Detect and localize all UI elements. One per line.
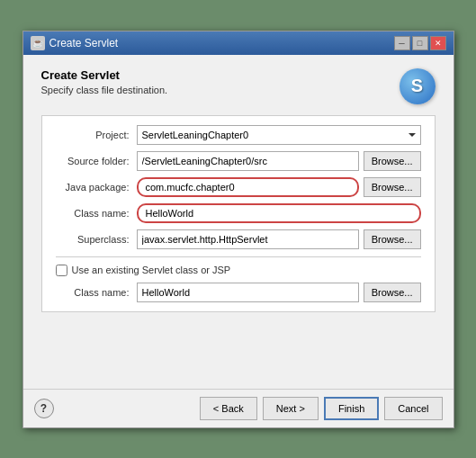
superclass-row: Superclass: Browse... xyxy=(56,229,421,249)
superclass-browse-button[interactable]: Browse... xyxy=(364,229,421,249)
project-label: Project: xyxy=(56,130,137,140)
dialog-icon: ☕ xyxy=(31,36,45,50)
next-button[interactable]: Next > xyxy=(263,397,319,420)
existing-class-browse-button[interactable]: Browse... xyxy=(364,283,421,302)
source-folder-input[interactable] xyxy=(137,151,359,171)
help-button[interactable]: ? xyxy=(34,399,54,418)
dialog-title: Create Servlet xyxy=(41,68,168,82)
project-select[interactable]: ServletLeaningChapter0 xyxy=(137,125,421,145)
superclass-label: Superclass: xyxy=(56,234,137,245)
create-servlet-dialog: ☕ Create Servlet ─ □ ✕ Create Servlet Sp… xyxy=(22,31,454,428)
class-name-label: Class name: xyxy=(56,208,137,219)
project-row: Project: ServletLeaningChapter0 xyxy=(56,125,421,145)
dialog-title-section: Create Servlet Specify class file destin… xyxy=(41,68,168,95)
dialog-header: Create Servlet Specify class file destin… xyxy=(41,68,436,104)
superclass-input[interactable] xyxy=(137,229,359,249)
existing-class-label: Class name: xyxy=(56,287,137,298)
existing-class-row: Class name: Browse... xyxy=(56,283,421,302)
existing-class-input[interactable] xyxy=(137,283,359,302)
class-name-input[interactable] xyxy=(137,203,421,223)
logo-icon: S xyxy=(400,68,436,104)
spacer xyxy=(41,321,436,375)
java-package-input[interactable] xyxy=(137,177,359,197)
dialog-body: Create Servlet Specify class file destin… xyxy=(23,55,454,389)
cancel-button[interactable]: Cancel xyxy=(384,397,442,420)
java-package-row: Java package: Browse... xyxy=(56,177,421,197)
maximize-button[interactable]: □ xyxy=(412,36,428,50)
title-text: Create Servlet xyxy=(49,37,119,49)
title-bar-left: ☕ Create Servlet xyxy=(31,36,119,50)
dialog-footer: ? < Back Next > Finish Cancel xyxy=(23,389,454,427)
finish-button[interactable]: Finish xyxy=(324,397,379,420)
source-folder-row: Source folder: Browse... xyxy=(56,151,421,171)
java-package-browse-button[interactable]: Browse... xyxy=(364,177,421,197)
footer-left: ? xyxy=(34,399,54,418)
existing-servlet-label[interactable]: Use an existing Servlet class or JSP xyxy=(72,265,231,275)
source-folder-label: Source folder: xyxy=(56,156,137,166)
back-button[interactable]: < Back xyxy=(200,397,257,420)
minimize-button[interactable]: ─ xyxy=(394,36,410,50)
divider xyxy=(56,256,421,257)
title-buttons: ─ □ ✕ xyxy=(394,36,446,50)
dialog-subtitle: Specify class file destination. xyxy=(41,85,168,95)
source-folder-browse-button[interactable]: Browse... xyxy=(364,151,421,171)
class-name-row: Class name: xyxy=(56,203,421,223)
form-section: Project: ServletLeaningChapter0 Source f… xyxy=(41,115,436,312)
java-package-label: Java package: xyxy=(56,182,137,193)
existing-servlet-checkbox[interactable] xyxy=(56,265,67,276)
title-bar: ☕ Create Servlet ─ □ ✕ xyxy=(23,31,454,55)
footer-right: < Back Next > Finish Cancel xyxy=(200,397,443,420)
close-button[interactable]: ✕ xyxy=(430,36,446,50)
checkbox-row: Use an existing Servlet class or JSP xyxy=(56,265,421,276)
